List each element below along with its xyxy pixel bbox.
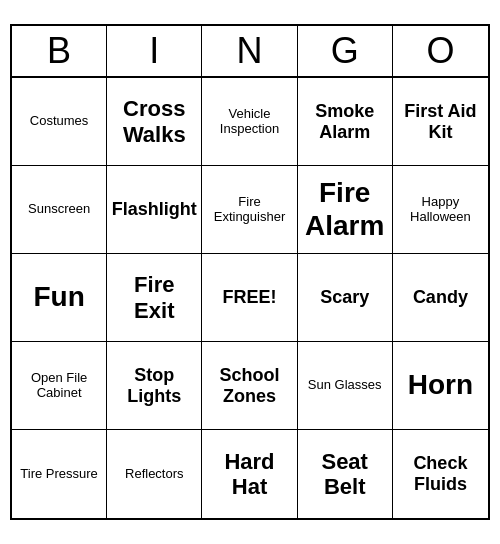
cell-1: Cross Walks: [107, 78, 202, 166]
cell-8: Fire Alarm: [298, 166, 393, 254]
cell-21: Reflectors: [107, 430, 202, 518]
cell-10: Fun: [12, 254, 107, 342]
header-cell-o: O: [393, 26, 488, 76]
cell-text-4: First Aid Kit: [397, 101, 484, 142]
cell-14: Candy: [393, 254, 488, 342]
cell-text-9: Happy Halloween: [397, 195, 484, 225]
cell-6: Flashlight: [107, 166, 202, 254]
header-cell-n: N: [202, 26, 297, 76]
header-cell-g: G: [298, 26, 393, 76]
cell-text-1: Cross Walks: [111, 96, 197, 147]
cell-text-22: Hard Hat: [206, 449, 292, 500]
header-cell-b: B: [12, 26, 107, 76]
bingo-header: BINGO: [12, 26, 488, 78]
cell-3: Smoke Alarm: [298, 78, 393, 166]
cell-text-5: Sunscreen: [28, 202, 90, 217]
cell-text-6: Flashlight: [112, 199, 197, 220]
cell-text-19: Horn: [408, 369, 473, 401]
cell-0: Costumes: [12, 78, 107, 166]
cell-15: Open File Cabinet: [12, 342, 107, 430]
cell-5: Sunscreen: [12, 166, 107, 254]
cell-17: School Zones: [202, 342, 297, 430]
cell-text-0: Costumes: [30, 114, 89, 129]
cell-text-14: Candy: [413, 287, 468, 308]
cell-text-16: Stop Lights: [111, 365, 197, 406]
cell-9: Happy Halloween: [393, 166, 488, 254]
cell-12: FREE!: [202, 254, 297, 342]
cell-7: Fire Extinguisher: [202, 166, 297, 254]
cell-19: Horn: [393, 342, 488, 430]
cell-20: Tire Pressure: [12, 430, 107, 518]
bingo-card: BINGO CostumesCross WalksVehicle Inspect…: [10, 24, 490, 520]
cell-text-13: Scary: [320, 287, 369, 308]
cell-text-3: Smoke Alarm: [302, 101, 388, 142]
cell-text-15: Open File Cabinet: [16, 371, 102, 401]
cell-text-11: Fire Exit: [111, 272, 197, 323]
cell-text-2: Vehicle Inspection: [206, 107, 292, 137]
cell-23: Seat Belt: [298, 430, 393, 518]
cell-text-12: FREE!: [222, 287, 276, 308]
cell-11: Fire Exit: [107, 254, 202, 342]
cell-text-17: School Zones: [206, 365, 292, 406]
cell-13: Scary: [298, 254, 393, 342]
cell-text-24: Check Fluids: [397, 453, 484, 494]
cell-text-20: Tire Pressure: [20, 467, 98, 482]
header-cell-i: I: [107, 26, 202, 76]
cell-18: Sun Glasses: [298, 342, 393, 430]
cell-22: Hard Hat: [202, 430, 297, 518]
cell-text-21: Reflectors: [125, 467, 184, 482]
cell-text-18: Sun Glasses: [308, 378, 382, 393]
cell-text-10: Fun: [33, 281, 84, 313]
cell-4: First Aid Kit: [393, 78, 488, 166]
cell-16: Stop Lights: [107, 342, 202, 430]
cell-text-7: Fire Extinguisher: [206, 195, 292, 225]
cell-text-8: Fire Alarm: [302, 177, 388, 241]
cell-2: Vehicle Inspection: [202, 78, 297, 166]
bingo-grid: CostumesCross WalksVehicle InspectionSmo…: [12, 78, 488, 518]
cell-text-23: Seat Belt: [302, 449, 388, 500]
cell-24: Check Fluids: [393, 430, 488, 518]
